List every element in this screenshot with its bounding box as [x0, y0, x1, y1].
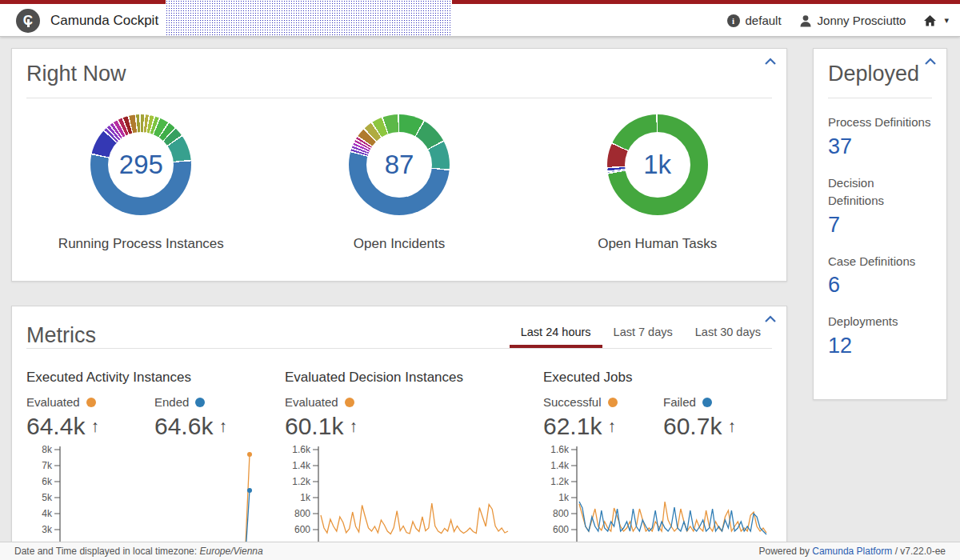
- svg-text:3k: 3k: [42, 524, 53, 535]
- trend-up-icon: ↑: [349, 417, 358, 436]
- top-navbar: C Camunda Cockpit i default Jonny Prosci…: [0, 0, 960, 37]
- chevron-up-icon: [765, 58, 776, 66]
- metrics-title: Metrics: [26, 323, 96, 348]
- right-now-title: Right Now: [26, 62, 772, 86]
- svg-text:800: 800: [294, 508, 310, 519]
- legend-evaluated: Evaluated: [26, 395, 154, 409]
- svg-text:1.4k: 1.4k: [550, 460, 570, 471]
- legend-ended: Ended: [154, 395, 282, 409]
- info-icon: i: [727, 14, 740, 27]
- deployed-item-label: Decision Definitions: [828, 174, 932, 210]
- legend-successful: Successful: [543, 395, 663, 409]
- blue-dot-icon: [195, 398, 205, 407]
- orange-dot-icon: [86, 398, 96, 407]
- trend-up-icon: ↑: [727, 417, 736, 436]
- footer: Date and Time displayed in local timezon…: [0, 542, 960, 560]
- deployed-item-deployments: Deployments 12: [814, 313, 946, 358]
- svg-text:7k: 7k: [42, 460, 53, 471]
- orange-dot-icon: [345, 398, 354, 407]
- executed-jobs-widget: Executed Jobs Successful Failed 62.1k ↑ …: [543, 349, 783, 560]
- tab-last-24-hours[interactable]: Last 24 hours: [510, 318, 602, 348]
- svg-text:4k: 4k: [42, 508, 53, 519]
- running-process-instances-widget: 295 Running Process Instances: [12, 114, 270, 252]
- blue-dot-icon: [702, 398, 712, 407]
- caret-down-icon: ▾: [944, 15, 949, 26]
- svg-text:1.6k: 1.6k: [550, 444, 570, 455]
- chevron-up-icon: [765, 315, 776, 323]
- open-human-tasks-donut[interactable]: 1k: [607, 114, 708, 215]
- user-icon: [799, 14, 812, 27]
- collapse-right-now-button[interactable]: [762, 55, 778, 68]
- svg-text:8k: 8k: [42, 444, 53, 455]
- collapse-deployed-button[interactable]: [922, 55, 938, 68]
- deployed-item-case-definitions: Case Definitions 6: [814, 253, 946, 298]
- metric-total: 64.4k ↑: [26, 413, 154, 440]
- metric-title: Evaluated Decision Instances: [285, 370, 543, 386]
- svg-text:800: 800: [553, 508, 569, 519]
- version-label: / v7.22.0-ee: [895, 546, 946, 557]
- donut-label: Running Process Instances: [58, 236, 224, 252]
- legend-evaluated: Evaluated: [285, 395, 413, 409]
- powered-by: Powered by Camunda Platform / v7.22.0-ee: [759, 546, 946, 557]
- chevron-up-icon: [925, 58, 936, 66]
- running-process-instances-donut[interactable]: 295: [90, 114, 191, 215]
- svg-text:1k: 1k: [558, 492, 570, 503]
- camunda-logo-icon: C: [16, 9, 40, 33]
- svg-text:1.2k: 1.2k: [550, 476, 570, 487]
- deployed-title: Deployed: [828, 62, 932, 86]
- svg-text:1.6k: 1.6k: [292, 444, 311, 455]
- svg-text:5k: 5k: [42, 492, 53, 503]
- metric-title: Executed Activity Instances: [26, 370, 285, 386]
- deployed-item-label: Process Definitions: [828, 114, 932, 132]
- open-incidents-donut[interactable]: 87: [349, 114, 450, 215]
- metric-total: 64.6k ↑: [154, 413, 282, 440]
- svg-text:1.2k: 1.2k: [292, 476, 311, 487]
- metrics-range-tabs: Last 24 hours Last 7 days Last 30 days: [510, 318, 772, 348]
- divider: [828, 98, 932, 98]
- svg-text:600: 600: [294, 524, 310, 535]
- metric-total: 62.1k ↑: [543, 413, 663, 440]
- case-definitions-count-link[interactable]: 6: [828, 273, 932, 298]
- decision-definitions-count-link[interactable]: 7: [828, 213, 932, 238]
- donut-count[interactable]: 295: [108, 132, 174, 198]
- donut-label: Open Incidents: [354, 236, 445, 252]
- metric-title: Executed Jobs: [543, 370, 783, 386]
- tab-last-7-days[interactable]: Last 7 days: [602, 318, 684, 348]
- donut-label: Open Human Tasks: [598, 236, 717, 252]
- timezone-note: Date and Time displayed in local timezon…: [14, 546, 263, 557]
- deployed-item-process-definitions: Process Definitions 37: [814, 114, 946, 159]
- evaluated-decision-instances-widget: Evaluated Decision Instances Evaluated 6…: [285, 349, 543, 560]
- orange-dot-icon: [608, 398, 618, 407]
- camunda-platform-link[interactable]: Camunda Platform: [812, 546, 892, 557]
- donut-count[interactable]: 87: [366, 132, 432, 198]
- svg-text:6k: 6k: [42, 476, 53, 487]
- engine-label: default: [746, 14, 782, 27]
- deployed-panel: Deployed Process Definitions 37 Decision…: [813, 48, 947, 400]
- collapse-metrics-button[interactable]: [762, 313, 778, 326]
- home-menu[interactable]: ▾: [923, 14, 949, 27]
- trend-up-icon: ↑: [218, 417, 227, 436]
- open-human-tasks-widget: 1k Open Human Tasks: [528, 114, 786, 252]
- legend-failed: Failed: [663, 395, 783, 409]
- tab-last-30-days[interactable]: Last 30 days: [684, 318, 772, 348]
- deployments-count-link[interactable]: 12: [828, 334, 932, 358]
- donut-count[interactable]: 1k: [625, 132, 690, 198]
- home-icon: [923, 14, 937, 27]
- metric-total: 60.7k ↑: [663, 413, 783, 440]
- timezone-value: Europe/Vienna: [199, 546, 262, 557]
- deployed-item-label: Case Definitions: [828, 253, 932, 271]
- user-menu[interactable]: Jonny Prosciutto: [799, 14, 906, 27]
- trend-up-icon: ↑: [90, 417, 99, 436]
- divider: [26, 98, 772, 98]
- open-incidents-widget: 87 Open Incidents: [270, 114, 529, 252]
- metrics-panel: Metrics Last 24 hours Last 7 days Last 3…: [11, 306, 787, 560]
- metric-total: 60.1k ↑: [285, 413, 413, 440]
- process-definitions-count-link[interactable]: 37: [828, 134, 932, 159]
- engine-selector[interactable]: i default: [727, 14, 782, 27]
- redacted-area: [166, 0, 452, 35]
- app-brand[interactable]: C Camunda Cockpit: [16, 4, 158, 37]
- user-name: Jonny Prosciutto: [818, 14, 906, 27]
- deployed-item-label: Deployments: [828, 313, 932, 331]
- svg-text:1.4k: 1.4k: [292, 460, 311, 471]
- executed-activity-instances-widget: Executed Activity Instances Evaluated En…: [26, 349, 285, 560]
